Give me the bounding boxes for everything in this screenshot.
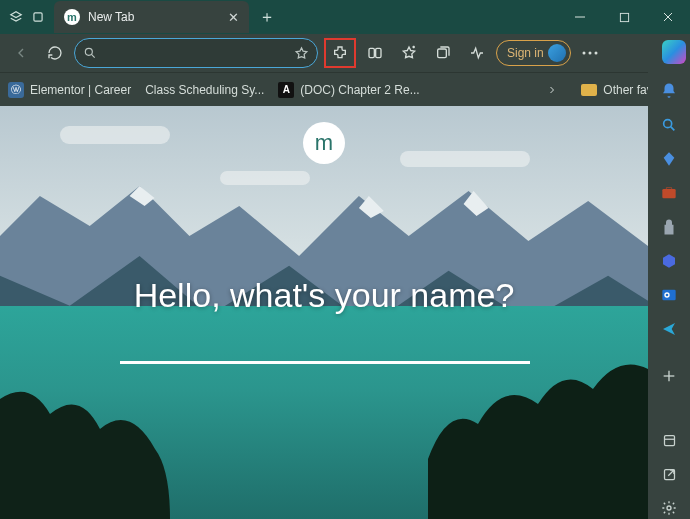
tools-icon[interactable] bbox=[658, 250, 680, 272]
titlebar: m New Tab ✕ ＋ bbox=[0, 0, 690, 34]
edge-sidebar bbox=[648, 72, 690, 519]
svg-rect-7 bbox=[369, 48, 374, 57]
address-bar[interactable] bbox=[74, 38, 318, 68]
bookmarks-bar: ⓦ Elementor | Career Class Scheduling Sy… bbox=[0, 72, 690, 106]
svg-point-12 bbox=[582, 52, 585, 55]
send-icon[interactable] bbox=[658, 318, 680, 340]
svg-rect-11 bbox=[438, 49, 447, 58]
sign-in-label: Sign in bbox=[507, 46, 544, 60]
svg-point-13 bbox=[588, 52, 591, 55]
outlook-icon[interactable] bbox=[658, 284, 680, 306]
collections-button[interactable] bbox=[428, 38, 458, 68]
favorites-button[interactable] bbox=[394, 38, 424, 68]
wordpress-icon: ⓦ bbox=[8, 82, 24, 98]
window-close-button[interactable] bbox=[646, 0, 690, 34]
academia-icon: A bbox=[278, 82, 294, 98]
window-maximize-button[interactable] bbox=[602, 0, 646, 34]
workspaces-icon[interactable] bbox=[8, 9, 24, 25]
performance-button[interactable] bbox=[462, 38, 492, 68]
folder-icon bbox=[581, 84, 597, 96]
name-input-underline[interactable] bbox=[120, 361, 530, 364]
games-icon[interactable] bbox=[658, 216, 680, 238]
settings-gear-icon[interactable] bbox=[658, 497, 680, 519]
bookmark-item[interactable]: A (DOC) Chapter 2 Re... bbox=[278, 82, 419, 98]
tab-actions-icon[interactable] bbox=[30, 9, 46, 25]
page-content: m Hello, what's your name? bbox=[0, 106, 648, 519]
address-input[interactable] bbox=[103, 46, 288, 60]
collections-sidebar-icon[interactable] bbox=[658, 429, 680, 451]
svg-rect-2 bbox=[620, 13, 628, 21]
svg-point-14 bbox=[594, 52, 597, 55]
back-button[interactable] bbox=[6, 38, 36, 68]
avatar-icon bbox=[548, 44, 566, 62]
svg-line-6 bbox=[91, 54, 94, 57]
extensions-button[interactable] bbox=[324, 38, 356, 68]
momentum-logo: m bbox=[303, 122, 345, 164]
svg-rect-0 bbox=[34, 13, 42, 21]
bookmark-label: Class Scheduling Sy... bbox=[145, 83, 264, 97]
svg-point-20 bbox=[666, 294, 669, 297]
sign-in-button[interactable]: Sign in bbox=[496, 40, 571, 66]
tab-favicon: m bbox=[64, 9, 80, 25]
bookmark-label: (DOC) Chapter 2 Re... bbox=[300, 83, 419, 97]
tab-title: New Tab bbox=[88, 10, 220, 24]
bookmark-label: Elementor | Career bbox=[30, 83, 131, 97]
new-tab-button[interactable]: ＋ bbox=[249, 7, 285, 28]
svg-point-15 bbox=[664, 120, 672, 128]
toolbar: Sign in bbox=[0, 34, 690, 72]
browser-tab[interactable]: m New Tab ✕ bbox=[54, 1, 249, 33]
refresh-button[interactable] bbox=[40, 38, 70, 68]
svg-line-16 bbox=[671, 127, 675, 131]
svg-point-5 bbox=[85, 48, 92, 55]
favorite-star-icon[interactable] bbox=[294, 46, 309, 61]
svg-point-26 bbox=[667, 506, 671, 510]
copilot-icon[interactable] bbox=[662, 40, 686, 64]
greeting-text: Hello, what's your name? bbox=[0, 276, 648, 315]
bell-icon[interactable] bbox=[658, 80, 680, 102]
svg-rect-17 bbox=[662, 189, 675, 198]
add-sidebar-icon[interactable] bbox=[658, 365, 680, 387]
svg-rect-8 bbox=[376, 48, 381, 57]
search-sidebar-icon[interactable] bbox=[658, 114, 680, 136]
close-tab-icon[interactable]: ✕ bbox=[228, 10, 239, 25]
external-link-icon[interactable] bbox=[658, 463, 680, 485]
shopping-icon[interactable] bbox=[658, 182, 680, 204]
search-icon bbox=[83, 46, 97, 60]
diamond-icon[interactable] bbox=[658, 148, 680, 170]
bookmarks-overflow-button[interactable] bbox=[537, 75, 567, 105]
split-screen-button[interactable] bbox=[360, 38, 390, 68]
bookmark-item[interactable]: Class Scheduling Sy... bbox=[145, 83, 264, 97]
window-minimize-button[interactable] bbox=[558, 0, 602, 34]
svg-rect-23 bbox=[664, 435, 674, 445]
more-menu-button[interactable] bbox=[575, 38, 605, 68]
bookmark-item[interactable]: ⓦ Elementor | Career bbox=[8, 82, 131, 98]
